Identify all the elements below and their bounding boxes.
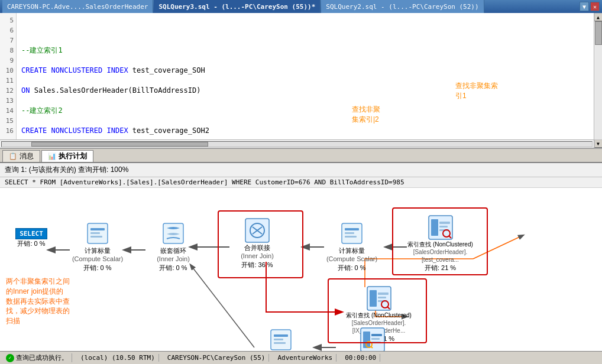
tab-messages-label: 消息 — [20, 151, 34, 161]
svg-rect-35 — [274, 342, 286, 344]
hscroll-track — [1, 141, 593, 147]
tab-salesorderheader[interactable]: CAREYSON-PC.Adve....SalesOrderHeader — [2, 0, 153, 13]
bottom-panel: 📋 消息 📊 执行计划 查询 1: (与该批有关的) 查询开销: 100% SE… — [0, 149, 602, 351]
tab-execution-plan[interactable]: 📊 执行计划 — [41, 150, 93, 162]
success-icon: ✓ — [6, 354, 14, 362]
svg-rect-19 — [431, 219, 438, 236]
editor-vscrollbar[interactable]: ▲ ▼ — [594, 13, 602, 148]
title-tabs: CAREYSON-PC.Adve....SalesOrderHeader SQL… — [2, 0, 484, 13]
svg-rect-33 — [274, 334, 288, 337]
svg-rect-39 — [371, 338, 380, 340]
messages-icon: 📋 — [9, 152, 17, 160]
scroll-track — [595, 21, 602, 139]
svg-rect-34 — [274, 339, 283, 340]
editor-hscrollbar[interactable] — [0, 139, 594, 148]
query-info: 查询 1: (与该批有关的) 查询开销: 100% — [0, 163, 602, 177]
select-cost: 开销: 0 % — [17, 239, 45, 248]
key-lookup: 键查找 (Clustered)[SalesOrderHeader].[PK_Sa… — [326, 327, 418, 351]
compute-scalar-1: 计算标量(Compute Scalar) 开销: 0 % — [65, 220, 130, 272]
compute-scalar-2: 计算标量(Compute Scalar) 开销: 0 % — [316, 220, 387, 272]
plan-canvas: SELECT 开销: 0 % 计算标量(Compute Scalar) 开销: … — [0, 188, 602, 351]
status-bar: ✓ 查询已成功执行。 (local) (10.50 RTM) CAREYSON-… — [0, 351, 602, 364]
nested-loop: 嵌套循环(Inner Join) 开销: 0 % — [141, 220, 206, 272]
svg-rect-9 — [90, 232, 100, 234]
svg-rect-26 — [370, 290, 377, 307]
tab-plan-label: 执行计划 — [59, 151, 87, 161]
svg-rect-20 — [439, 222, 450, 224]
title-controls: ▼ ✕ — [580, 2, 600, 11]
svg-rect-10 — [90, 236, 102, 238]
scroll-thumb[interactable] — [595, 21, 602, 45]
editor-content: 5 6 7 8 9 10 11 12 13 14 15 16 --建立索引1 C… — [0, 13, 602, 148]
svg-rect-38 — [371, 334, 382, 336]
scroll-down-button[interactable]: ▼ — [594, 139, 603, 148]
editor-area: 5 6 7 8 9 10 11 12 13 14 15 16 --建立索引1 C… — [0, 13, 602, 149]
tab-bar: 📋 消息 📊 执行计划 — [0, 149, 602, 163]
svg-line-5 — [190, 265, 254, 347]
title-bar: CAREYSON-PC.Adve....SalesOrderHeader SQL… — [0, 0, 602, 13]
main-container: 5 6 7 8 9 10 11 12 13 14 15 16 --建立索引1 C… — [0, 13, 602, 364]
select-badge: SELECT — [15, 228, 47, 239]
sql-line: SELECT * FROM [AdventureWorks].[Sales].[… — [0, 177, 602, 188]
tab-sqlquery2[interactable]: SQLQuery2.sql - (l...-PC\CareySon (52)) — [321, 0, 484, 13]
svg-rect-17 — [345, 236, 357, 238]
tab-sqlquery3[interactable]: SQLQuery3.sql - (l...-PC\CareySon (55))* — [154, 0, 321, 13]
line-numbers: 5 6 7 8 9 10 11 12 13 14 15 16 — [0, 13, 17, 148]
minimize-button[interactable]: ▼ — [580, 2, 589, 11]
scroll-up-button[interactable]: ▲ — [594, 13, 603, 21]
tab-messages[interactable]: 📋 消息 — [2, 150, 40, 162]
svg-rect-15 — [345, 228, 359, 230]
close-button[interactable]: ✕ — [590, 2, 600, 11]
compute-scalar-3: 计算标量(Compute Scalar) 开销: 0 % — [245, 327, 316, 351]
status-success: ✓ 查询已成功执行。 — [2, 353, 72, 362]
svg-rect-27 — [378, 292, 389, 295]
svg-rect-40 — [371, 342, 381, 343]
plan-annotation-1: 两个非聚集索引之间的Inner join提供的数据再去实际表中查找，减少对物理表… — [6, 277, 70, 326]
index-seek-1: 索引查找 (NonClustered)[SalesOrderHeader].[t… — [397, 214, 483, 272]
plan-icon: 📊 — [48, 152, 56, 160]
hscroll-thumb[interactable] — [31, 142, 208, 147]
code-editor[interactable]: --建立索引1 CREATE NONCLUSTERED INDEX test_c… — [17, 13, 602, 148]
status-time: 00:00:00 — [341, 354, 380, 362]
status-user: CAREYSON-PC\CareySon (55) — [164, 354, 270, 362]
svg-rect-8 — [90, 228, 105, 230]
svg-rect-21 — [439, 226, 448, 228]
select-node: SELECT 开销: 0 % — [5, 228, 58, 248]
status-db: AdventureWorks — [274, 354, 336, 362]
svg-rect-28 — [378, 297, 386, 298]
svg-rect-16 — [345, 232, 354, 234]
merge-join: 合并联接(Inner Join) 开销: 36 % — [222, 217, 293, 269]
status-server: (local) (10.50 RTM) — [77, 354, 159, 362]
